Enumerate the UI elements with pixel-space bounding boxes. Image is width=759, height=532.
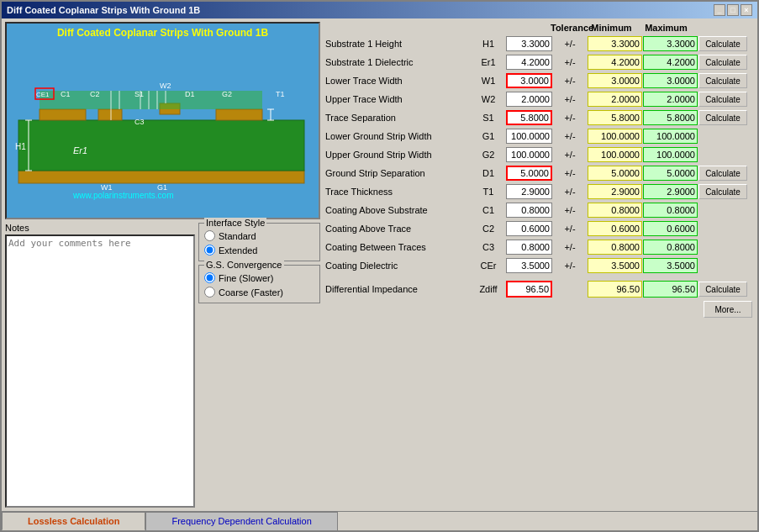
- param-input-5[interactable]: [506, 129, 552, 144]
- param-tol-0: +/-: [553, 39, 587, 49]
- param-row-11: Coating Between TracesC3+/-: [324, 238, 754, 256]
- param-symbol-10: C2: [472, 224, 505, 234]
- param-input-0[interactable]: [506, 36, 552, 51]
- tab-frequency[interactable]: Frequency Dependent Calculation: [145, 512, 337, 530]
- param-max-11: [643, 240, 698, 255]
- param-tol-8: +/-: [553, 187, 587, 197]
- param-min-9: [588, 203, 642, 218]
- param-min-11: [588, 240, 642, 255]
- svg-text:T1: T1: [276, 90, 285, 98]
- param-label-8: Trace Thickness: [324, 187, 471, 197]
- param-tol-10: +/-: [553, 224, 587, 234]
- param-row-1: Substrate 1 DielectricEr1+/-Calculate: [324, 53, 754, 71]
- param-min-2: [588, 73, 642, 88]
- param-input-1[interactable]: [506, 55, 552, 70]
- param-max-4: [643, 110, 698, 125]
- param-calc-btn-0[interactable]: Calculate: [698, 36, 747, 51]
- header-minimum: Minimum: [584, 23, 639, 33]
- close-button[interactable]: ×: [741, 4, 752, 16]
- param-label-1: Substrate 1 Dielectric: [324, 57, 471, 67]
- param-symbol-8: T1: [472, 187, 505, 197]
- param-input-11[interactable]: [506, 240, 552, 255]
- param-max-1: [643, 55, 698, 70]
- param-max-10: [643, 221, 698, 236]
- svg-rect-8: [98, 109, 122, 120]
- notes-textarea[interactable]: [5, 234, 195, 508]
- param-symbol-9: C1: [472, 205, 505, 215]
- param-input-8[interactable]: [506, 184, 552, 199]
- param-row-5: Lower Ground Strip WidthG1+/-: [324, 127, 754, 145]
- radio-coarse-input[interactable]: [204, 287, 215, 298]
- param-label-9: Coating Above Substrate: [324, 205, 471, 215]
- radio-fine-input[interactable]: [204, 272, 215, 283]
- param-min-6: [588, 147, 642, 162]
- param-input-3[interactable]: [506, 92, 552, 107]
- param-symbol-1: Er1: [472, 57, 505, 67]
- param-symbol-11: C3: [472, 242, 505, 252]
- param-symbol-0: H1: [472, 39, 505, 49]
- param-max-3: [643, 92, 698, 107]
- minimize-button[interactable]: _: [714, 4, 725, 16]
- param-input-2[interactable]: [506, 73, 552, 88]
- param-input-4[interactable]: [506, 110, 552, 125]
- svg-text:Er1: Er1: [73, 145, 87, 155]
- param-min-12: [588, 258, 642, 273]
- interface-style-title: Interface Style: [204, 218, 266, 228]
- param-max-8: [643, 184, 698, 199]
- radio-extended-label: Extended: [219, 245, 257, 255]
- param-input-7[interactable]: [506, 166, 552, 181]
- svg-rect-10: [216, 109, 262, 120]
- param-tol-2: +/-: [553, 76, 587, 86]
- param-symbol-3: W2: [472, 94, 505, 104]
- param-min-7: [588, 166, 642, 181]
- param-calc-btn-2[interactable]: Calculate: [698, 73, 747, 88]
- param-symbol-7: D1: [472, 168, 505, 178]
- param-calc-btn-3[interactable]: Calculate: [698, 92, 747, 107]
- svg-text:C1: C1: [61, 90, 71, 98]
- diagram-title: Diff Coated Coplanar Strips With Ground …: [10, 27, 315, 39]
- radio-standard-input[interactable]: [204, 230, 215, 241]
- param-input-6[interactable]: [506, 147, 552, 162]
- param-calc-btn-8[interactable]: Calculate: [698, 184, 747, 199]
- svg-rect-0: [18, 171, 304, 183]
- param-label-7: Ground Strip Separation: [324, 168, 471, 178]
- more-button[interactable]: More...: [704, 301, 752, 318]
- param-tol-6: +/-: [553, 150, 587, 160]
- maximize-button[interactable]: □: [727, 4, 739, 16]
- radio-extended: Extended: [204, 245, 314, 255]
- more-row: More...: [324, 301, 754, 318]
- param-tol-1: +/-: [553, 57, 587, 67]
- param-min-1: [588, 55, 642, 70]
- param-input-9[interactable]: [506, 203, 552, 218]
- param-label-10: Coating Above Trace: [324, 224, 471, 234]
- svg-rect-1: [18, 120, 304, 171]
- svg-text:D1: D1: [185, 90, 195, 98]
- param-symbol-5: G1: [472, 131, 505, 141]
- param-calc-btn-1[interactable]: Calculate: [698, 55, 747, 70]
- param-tol-7: +/-: [553, 168, 587, 178]
- tab-lossless[interactable]: Lossless Calculation: [2, 512, 145, 530]
- param-input-10[interactable]: [506, 221, 552, 236]
- diagram-box: Diff Coated Coplanar Strips With Ground …: [5, 22, 320, 219]
- svg-text:C2: C2: [90, 90, 100, 98]
- bottom-panels: Notes Interface Style Standard Extended: [5, 223, 320, 508]
- impedance-input[interactable]: [506, 281, 552, 298]
- notes-box: Notes: [5, 223, 195, 508]
- impedance-max: [643, 281, 698, 298]
- radio-extended-input[interactable]: [204, 245, 215, 255]
- param-min-5: [588, 129, 642, 144]
- impedance-calculate-button[interactable]: Calculate: [698, 282, 747, 297]
- param-row-4: Trace SeparationS1+/-Calculate: [324, 108, 754, 127]
- param-input-12[interactable]: [506, 258, 552, 273]
- param-max-2: [643, 73, 698, 88]
- window-title: Diff Coated Coplanar Strips With Ground …: [7, 5, 200, 15]
- radio-fine-label: Fine (Slower): [219, 273, 273, 283]
- param-tol-9: +/-: [553, 205, 587, 215]
- param-tol-11: +/-: [553, 242, 587, 252]
- svg-text:G2: G2: [222, 90, 232, 98]
- param-row-2: Lower Trace WidthW1+/-Calculate: [324, 71, 754, 90]
- svg-text:S1: S1: [134, 90, 144, 98]
- param-calc-btn-4[interactable]: Calculate: [698, 110, 747, 125]
- interface-style-group: Interface Style Standard Extended: [198, 223, 320, 261]
- param-calc-btn-7[interactable]: Calculate: [698, 166, 747, 181]
